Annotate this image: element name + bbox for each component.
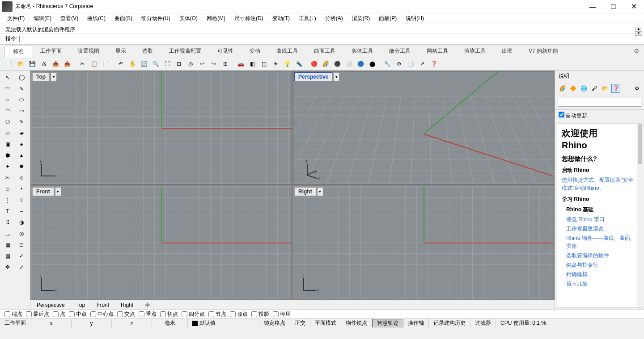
viewport-dropdown-icon[interactable]: ▾ (317, 187, 323, 196)
fillet-icon[interactable]: ◡ (1, 228, 14, 239)
polyline-icon[interactable]: 〰 (1, 83, 14, 94)
command-input[interactable] (19, 36, 639, 42)
rectangle-icon[interactable]: ▭ (15, 105, 28, 116)
viewport-title[interactable]: Top (32, 72, 50, 81)
gear-icon[interactable]: ⚙ (634, 47, 640, 54)
tab-display[interactable]: 显示 (107, 46, 134, 57)
menu-analyze[interactable]: 分析(A) (323, 14, 345, 23)
options-icon[interactable]: 🔧 (382, 59, 393, 69)
tab-mesh-tools[interactable]: 网格工具 (419, 46, 456, 57)
polygon-icon[interactable]: ⬠ (1, 117, 14, 127)
menu-render[interactable]: 渲染(R) (350, 14, 372, 23)
status-ortho[interactable]: 正交 (290, 319, 310, 327)
raytraced-icon[interactable]: ⬤ (367, 59, 377, 69)
osnap-point[interactable]: 点 (53, 310, 65, 318)
shaded-icon[interactable]: ⚫ (332, 59, 343, 69)
spotlight-icon[interactable]: 🔦 (293, 59, 304, 69)
osnap-near[interactable]: 最近点 (26, 310, 49, 318)
sun-icon[interactable]: ☀ (270, 59, 281, 69)
viewport-dropdown-icon[interactable]: ▾ (333, 72, 339, 81)
lasso-icon[interactable]: ◯ (15, 72, 28, 83)
tab-viewport-layout[interactable]: 工作视窗配置 (161, 46, 209, 57)
menu-panels[interactable]: 面板(P) (377, 14, 398, 23)
start-rhino-link[interactable]: 使用快捷方式、配置以及"安全模式"启动Rhino。 (562, 176, 637, 192)
viewport-perspective[interactable]: Perspective ▾ z y x (293, 71, 554, 185)
cone-icon[interactable]: ▲ (15, 150, 28, 161)
zoom-selected-icon[interactable]: ⊡ (174, 59, 184, 69)
status-layer[interactable]: 默认值 (188, 319, 259, 327)
explode-icon[interactable]: ✸ (15, 161, 28, 172)
status-osnap[interactable]: 物件锁点 (341, 319, 372, 327)
viewport-dropdown-icon[interactable]: ▾ (55, 187, 61, 196)
viewport-top[interactable]: Top ▾ y x (31, 71, 292, 185)
extrude-icon[interactable]: ⇧ (15, 195, 28, 205)
tab-cplanes[interactable]: 工作平面 (32, 46, 70, 57)
tab-standard[interactable]: 标准 (4, 46, 32, 58)
tab-surface-tools[interactable]: 曲面工具 (306, 46, 343, 57)
status-filter[interactable]: 过滤器 (470, 319, 496, 327)
hatch-icon[interactable]: ▤ (1, 251, 14, 261)
environment-icon[interactable]: 🌐 (579, 84, 588, 93)
import-icon[interactable]: 📥 (50, 59, 61, 69)
tab-drafting[interactable]: 出图 (494, 46, 521, 57)
render-properties-icon[interactable]: 🌈 (558, 84, 567, 93)
box-icon[interactable]: ▣ (1, 139, 14, 150)
osnap-tan[interactable]: 切点 (160, 310, 178, 318)
help-link[interactable]: 巡览 Rhino 窗口 (566, 215, 637, 223)
osnap-cen[interactable]: 中心点 (90, 310, 114, 318)
osnap-vertex[interactable]: 顶点 (230, 310, 248, 318)
viewport-dropdown-icon[interactable]: ▾ (51, 72, 57, 81)
subd-primitive-icon[interactable]: ✦ (1, 161, 14, 172)
offset-icon[interactable]: ◎ (15, 228, 28, 239)
layers-icon[interactable]: 📑 (405, 59, 416, 69)
menu-edit[interactable]: 编辑(E) (32, 14, 53, 23)
car-icon[interactable]: 🚗 (235, 59, 246, 69)
tab-solid-tools[interactable]: 实体工具 (343, 46, 381, 57)
osnap-mid[interactable]: 中点 (69, 310, 87, 318)
surface-corners-icon[interactable]: ▰ (15, 128, 28, 138)
undo-icon[interactable]: ↶ (115, 59, 126, 69)
zoom-window-icon[interactable]: ⛶ (162, 59, 173, 69)
brush-icon[interactable]: 🖌 (590, 84, 599, 93)
properties-icon[interactable]: ⚙ (394, 59, 404, 69)
text-icon[interactable]: T (1, 206, 14, 217)
check-icon[interactable]: ✓ (15, 251, 28, 261)
move-icon[interactable]: ✥ (1, 262, 14, 272)
help-link[interactable]: Rhino 物件——曲线、曲面、实体 (566, 234, 637, 250)
minimize-button[interactable]: — (582, 0, 603, 13)
viewport-tab[interactable]: Perspective (34, 301, 68, 309)
viewport-right[interactable]: Right ▾ z y (293, 186, 554, 300)
panel-scrollbar[interactable] (637, 124, 642, 307)
viewport-title[interactable]: Perspective (294, 72, 332, 81)
materials-icon[interactable]: 🌈 (320, 59, 331, 69)
viewport-tab[interactable]: Front (94, 301, 112, 309)
menu-view[interactable]: 查看(V) (59, 14, 80, 23)
osnap-perp[interactable]: 垂点 (139, 310, 157, 318)
osnap-disable[interactable]: 停用 (273, 310, 291, 318)
tab-render-tools[interactable]: 渲染工具 (456, 46, 494, 57)
osnap-end[interactable]: 端点 (4, 310, 22, 318)
cut-icon[interactable]: ✂ (77, 59, 88, 69)
pan-icon[interactable]: ✋ (127, 59, 138, 69)
dimension-icon[interactable]: ↔ (15, 206, 28, 217)
osnap-knot[interactable]: 节点 (208, 310, 226, 318)
menu-file[interactable]: 文件(F) (5, 14, 26, 23)
osnap-project[interactable]: 投影 (251, 310, 269, 318)
freeform-icon[interactable]: ✎ (15, 117, 28, 127)
control-points-icon[interactable]: ⋮ (1, 195, 14, 205)
boolean-icon[interactable]: ◑ (15, 217, 28, 228)
pointer-icon[interactable]: ↖ (1, 72, 14, 83)
zoom-extents-icon[interactable]: ◎ (185, 59, 196, 69)
menu-subd[interactable]: 细分物件(U) (140, 14, 172, 23)
status-gridsnap[interactable]: 锁定格点 (259, 319, 290, 327)
materials-panel-icon[interactable]: 🔶 (568, 84, 577, 93)
help-link[interactable]: 选取要编辑的物件 (566, 251, 637, 259)
surface-plane-icon[interactable]: ▱ (1, 128, 14, 138)
tab-select[interactable]: 选取 (134, 46, 161, 57)
help-icon[interactable]: ❓ (428, 59, 439, 69)
viewport-title[interactable]: Right (294, 187, 316, 196)
menu-solid[interactable]: 实体(O) (178, 14, 199, 23)
menu-transform[interactable]: 变动(T) (271, 14, 292, 23)
group-icon[interactable]: ⊡ (15, 239, 28, 250)
named-views-icon[interactable]: ◫ (258, 59, 269, 69)
